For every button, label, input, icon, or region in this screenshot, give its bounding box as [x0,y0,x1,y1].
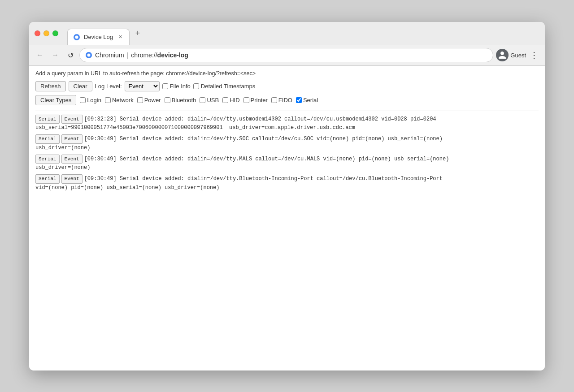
profile-label: Guest [510,52,526,59]
log-entry-header: Serial Event [09:30:49] Serial device ad… [35,155,539,164]
page-content: Add a query param in URL to auto-refresh… [29,66,545,370]
type-login-label[interactable]: Login [87,97,101,103]
tab-close-button[interactable]: ✕ [117,34,124,41]
close-button[interactable] [35,30,40,36]
type-tag: Serial [35,155,60,164]
type-usb-label[interactable]: USB [207,97,219,103]
addressbar: ← → ↺ Chromium | chrome://device-log [29,45,545,66]
url-path-bold: device-log [157,52,188,59]
type-printer-label[interactable]: Printer [251,97,268,103]
type-usb: USB [200,97,219,103]
type-network-label[interactable]: Network [112,97,134,103]
type-fido-checkbox[interactable] [271,97,277,103]
new-tab-button[interactable]: + [131,27,144,39]
toolbar: Refresh Clear Log Level: Event Debug Inf… [35,81,539,91]
type-fido-label[interactable]: FIDO [278,97,292,103]
log-line-2: usb_driver=(none) [35,164,539,172]
type-serial-checkbox[interactable] [296,97,302,103]
types-row: Clear Types Login Network Power Bluetoot… [35,95,539,105]
type-serial-label[interactable]: Serial [303,97,318,103]
log-entry-header: Serial Event [09:32:23] Serial device ad… [35,115,539,124]
tab-favicon-icon [73,34,80,41]
log-entry: Serial Event [09:32:23] Serial device ad… [35,115,539,132]
log-line-2: usb_serial=9901000051774e45003e700600000… [35,124,539,132]
log-entry: Serial Event [09:30:49] Serial device ad… [35,134,539,152]
file-info-checkbox-group: File Info [162,83,191,90]
type-printer: Printer [244,97,268,103]
url-path-plain: chrome:// [131,52,157,59]
type-network: Network [105,97,134,103]
file-info-checkbox[interactable] [162,83,168,89]
url-bar[interactable]: Chromium | chrome://device-log [79,48,493,62]
event-tag: Event [61,134,83,144]
more-menu-button[interactable]: ⋮ [528,49,540,61]
type-printer-checkbox[interactable] [244,97,249,103]
log-level-select[interactable]: Event Debug Info Warning Error [125,81,160,91]
url-display: Chromium | chrome://device-log [95,52,188,59]
url-separator: | [127,52,129,59]
type-power: Power [137,97,161,103]
type-login-checkbox[interactable] [80,97,86,103]
log-line-1: [09:30:49] Serial device added: dialin=/… [84,135,443,143]
type-bluetooth-label[interactable]: Bluetooth [172,97,196,103]
type-tag: Serial [35,115,60,124]
refresh-button[interactable]: Refresh [35,81,66,91]
detailed-ts-checkbox-group: Detailed Timestamps [193,83,255,90]
type-tag: Serial [35,174,60,184]
type-tag: Serial [35,134,60,144]
type-hid-checkbox[interactable] [222,97,228,103]
url-site-name: Chromium [95,52,124,59]
traffic-lights [35,30,58,36]
url-favicon-icon [85,52,92,59]
tab-bar: Device Log ✕ + [64,22,539,45]
maximize-button[interactable] [52,30,58,36]
minimize-button[interactable] [43,30,49,36]
tab-label: Device Log [84,34,113,40]
event-tag: Event [61,174,83,184]
profile-area: Guest ⋮ [496,49,540,61]
titlebar: Device Log ✕ + [29,22,545,45]
log-level-label: Log Level: [95,83,122,90]
event-tag: Event [61,115,83,124]
type-usb-checkbox[interactable] [200,97,205,103]
clear-button[interactable]: Clear [69,81,92,91]
type-serial: Serial [296,97,318,103]
type-power-label[interactable]: Power [144,97,161,103]
log-entry: Serial Event [09:30:49] Serial device ad… [35,174,539,192]
log-entry-header: Serial Event [09:30:49] Serial device ad… [35,134,539,144]
type-bluetooth-checkbox[interactable] [165,97,170,103]
file-info-label[interactable]: File Info [170,83,191,90]
type-bluetooth: Bluetooth [165,97,196,103]
log-line-2: usb_driver=(none) [35,144,539,152]
log-entry: Serial Event [09:30:49] Serial device ad… [35,155,539,172]
hint-text: Add a query param in URL to auto-refresh… [35,70,539,77]
browser-window: Device Log ✕ + ← → ↺ Chromium | chrome:/… [29,22,545,370]
active-tab[interactable]: Device Log ✕ [67,29,130,45]
reload-button[interactable]: ↺ [64,49,77,61]
log-entries-container: Serial Event [09:32:23] Serial device ad… [35,111,539,192]
type-fido: FIDO [271,97,292,103]
log-line-1: [09:32:23] Serial device added: dialin=/… [84,115,436,123]
svg-point-3 [87,54,91,57]
back-button[interactable]: ← [34,49,46,61]
type-hid-label[interactable]: HID [230,97,239,103]
type-network-checkbox[interactable] [105,97,111,103]
clear-types-button[interactable]: Clear Types [35,95,76,105]
log-line-2: vid=(none) pid=(none) usb_serial=(none) … [35,184,539,192]
type-power-checkbox[interactable] [137,97,143,103]
detailed-timestamps-checkbox[interactable] [193,83,199,89]
type-login: Login [80,97,101,103]
log-line-1: [09:30:49] Serial device added: dialin=/… [84,175,443,183]
log-entry-header: Serial Event [09:30:49] Serial device ad… [35,174,539,184]
event-tag: Event [61,155,83,164]
log-line-1: [09:30:49] Serial device added: dialin=/… [84,155,449,163]
type-hid: HID [222,97,239,103]
forward-button[interactable]: → [49,49,61,61]
detailed-timestamps-label[interactable]: Detailed Timestamps [201,83,255,90]
profile-icon[interactable] [496,49,509,61]
